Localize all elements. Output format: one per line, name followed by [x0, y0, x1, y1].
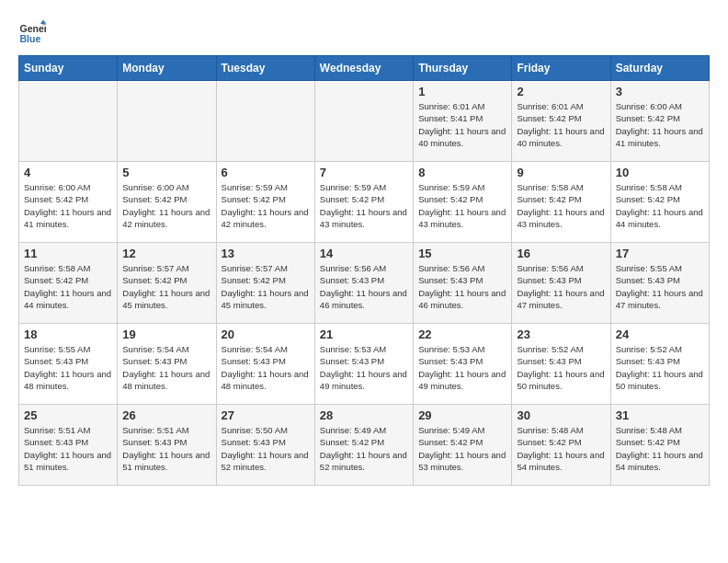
calendar-cell: 5Sunrise: 6:00 AM Sunset: 5:42 PM Daylig… — [118, 162, 216, 243]
calendar-cell: 14Sunrise: 5:56 AM Sunset: 5:43 PM Dayli… — [314, 243, 413, 324]
calendar-cell: 1Sunrise: 6:01 AM Sunset: 5:41 PM Daylig… — [414, 81, 512, 162]
calendar-cell: 31Sunrise: 5:48 AM Sunset: 5:42 PM Dayli… — [610, 405, 709, 486]
cell-info: Sunrise: 6:00 AM Sunset: 5:42 PM Dayligh… — [122, 181, 210, 230]
cell-info: Sunrise: 5:53 AM Sunset: 5:43 PM Dayligh… — [418, 343, 506, 392]
cell-info: Sunrise: 5:56 AM Sunset: 5:43 PM Dayligh… — [418, 262, 506, 311]
cell-info: Sunrise: 5:55 AM Sunset: 5:43 PM Dayligh… — [24, 343, 112, 392]
week-row-4: 25Sunrise: 5:51 AM Sunset: 5:43 PM Dayli… — [19, 405, 710, 486]
day-number: 2 — [517, 85, 605, 98]
day-number: 22 — [418, 327, 506, 341]
cell-info: Sunrise: 5:48 AM Sunset: 5:42 PM Dayligh… — [517, 424, 605, 473]
header-tuesday: Tuesday — [216, 56, 314, 81]
calendar-cell: 29Sunrise: 5:49 AM Sunset: 5:42 PM Dayli… — [414, 405, 512, 486]
header-monday: Monday — [118, 56, 216, 81]
calendar-cell: 25Sunrise: 5:51 AM Sunset: 5:43 PM Dayli… — [19, 405, 118, 486]
calendar-cell: 15Sunrise: 5:56 AM Sunset: 5:43 PM Dayli… — [414, 243, 512, 324]
day-number: 15 — [418, 247, 506, 260]
calendar-cell — [118, 81, 216, 162]
calendar-cell: 16Sunrise: 5:56 AM Sunset: 5:43 PM Dayli… — [512, 243, 610, 324]
logo-icon: General Blue — [18, 18, 46, 46]
calendar-cell: 28Sunrise: 5:49 AM Sunset: 5:42 PM Dayli… — [314, 405, 413, 486]
day-number: 17 — [616, 247, 704, 260]
week-row-1: 4Sunrise: 6:00 AM Sunset: 5:42 PM Daylig… — [19, 162, 710, 243]
calendar-cell: 27Sunrise: 5:50 AM Sunset: 5:43 PM Dayli… — [216, 405, 314, 486]
calendar-cell — [216, 81, 314, 162]
day-number: 23 — [517, 327, 605, 341]
day-number: 5 — [122, 166, 210, 179]
cell-info: Sunrise: 5:48 AM Sunset: 5:42 PM Dayligh… — [616, 424, 704, 473]
header-wednesday: Wednesday — [314, 56, 413, 81]
cell-info: Sunrise: 5:49 AM Sunset: 5:42 PM Dayligh… — [320, 424, 408, 473]
cell-info: Sunrise: 5:59 AM Sunset: 5:42 PM Dayligh… — [418, 181, 506, 230]
calendar-cell: 19Sunrise: 5:54 AM Sunset: 5:43 PM Dayli… — [118, 324, 216, 405]
cell-info: Sunrise: 5:52 AM Sunset: 5:43 PM Dayligh… — [616, 343, 704, 392]
cell-info: Sunrise: 5:56 AM Sunset: 5:43 PM Dayligh… — [517, 262, 605, 311]
calendar-cell: 26Sunrise: 5:51 AM Sunset: 5:43 PM Dayli… — [118, 405, 216, 486]
day-number: 30 — [517, 408, 605, 422]
calendar-cell: 17Sunrise: 5:55 AM Sunset: 5:43 PM Dayli… — [610, 243, 709, 324]
day-number: 19 — [122, 327, 210, 341]
cell-info: Sunrise: 5:57 AM Sunset: 5:42 PM Dayligh… — [222, 262, 310, 311]
cell-info: Sunrise: 5:59 AM Sunset: 5:42 PM Dayligh… — [320, 181, 408, 230]
cell-info: Sunrise: 5:59 AM Sunset: 5:42 PM Dayligh… — [222, 181, 310, 230]
page-header: General Blue — [18, 18, 710, 46]
cell-info: Sunrise: 5:56 AM Sunset: 5:43 PM Dayligh… — [320, 262, 408, 311]
cell-info: Sunrise: 5:52 AM Sunset: 5:43 PM Dayligh… — [517, 343, 605, 392]
calendar-cell: 4Sunrise: 6:00 AM Sunset: 5:42 PM Daylig… — [19, 162, 118, 243]
calendar-cell: 7Sunrise: 5:59 AM Sunset: 5:42 PM Daylig… — [314, 162, 413, 243]
cell-info: Sunrise: 5:58 AM Sunset: 5:42 PM Dayligh… — [24, 262, 112, 311]
svg-text:Blue: Blue — [20, 33, 41, 44]
calendar-cell — [19, 81, 118, 162]
cell-info: Sunrise: 6:00 AM Sunset: 5:42 PM Dayligh… — [616, 100, 704, 149]
week-row-2: 11Sunrise: 5:58 AM Sunset: 5:42 PM Dayli… — [19, 243, 710, 324]
day-number: 10 — [616, 166, 704, 179]
cell-info: Sunrise: 5:58 AM Sunset: 5:42 PM Dayligh… — [517, 181, 605, 230]
day-number: 21 — [320, 327, 408, 341]
calendar-cell: 24Sunrise: 5:52 AM Sunset: 5:43 PM Dayli… — [610, 324, 709, 405]
calendar-cell: 22Sunrise: 5:53 AM Sunset: 5:43 PM Dayli… — [414, 324, 512, 405]
logo: General Blue — [18, 18, 46, 46]
calendar-cell: 8Sunrise: 5:59 AM Sunset: 5:42 PM Daylig… — [414, 162, 512, 243]
day-number: 7 — [320, 166, 408, 179]
day-number: 1 — [418, 85, 506, 98]
cell-info: Sunrise: 6:01 AM Sunset: 5:41 PM Dayligh… — [418, 100, 506, 149]
calendar-cell: 10Sunrise: 5:58 AM Sunset: 5:42 PM Dayli… — [610, 162, 709, 243]
header-saturday: Saturday — [610, 56, 709, 81]
cell-info: Sunrise: 5:49 AM Sunset: 5:42 PM Dayligh… — [418, 424, 506, 473]
day-number: 31 — [616, 408, 704, 422]
calendar-cell: 6Sunrise: 5:59 AM Sunset: 5:42 PM Daylig… — [216, 162, 314, 243]
cell-info: Sunrise: 5:54 AM Sunset: 5:43 PM Dayligh… — [122, 343, 210, 392]
day-number: 8 — [418, 166, 506, 179]
calendar-cell: 9Sunrise: 5:58 AM Sunset: 5:42 PM Daylig… — [512, 162, 610, 243]
header-sunday: Sunday — [19, 56, 118, 81]
day-number: 24 — [616, 327, 704, 341]
cell-info: Sunrise: 5:53 AM Sunset: 5:43 PM Dayligh… — [320, 343, 408, 392]
cell-info: Sunrise: 5:55 AM Sunset: 5:43 PM Dayligh… — [616, 262, 704, 311]
week-row-3: 18Sunrise: 5:55 AM Sunset: 5:43 PM Dayli… — [19, 324, 710, 405]
day-number: 25 — [24, 408, 112, 422]
cell-info: Sunrise: 5:50 AM Sunset: 5:43 PM Dayligh… — [222, 424, 310, 473]
day-number: 13 — [222, 247, 310, 260]
cell-info: Sunrise: 5:54 AM Sunset: 5:43 PM Dayligh… — [222, 343, 310, 392]
cell-info: Sunrise: 5:58 AM Sunset: 5:42 PM Dayligh… — [616, 181, 704, 230]
calendar-cell: 20Sunrise: 5:54 AM Sunset: 5:43 PM Dayli… — [216, 324, 314, 405]
day-number: 20 — [222, 327, 310, 341]
week-row-0: 1Sunrise: 6:01 AM Sunset: 5:41 PM Daylig… — [19, 81, 710, 162]
day-number: 26 — [122, 408, 210, 422]
day-number: 4 — [24, 166, 112, 179]
day-number: 11 — [24, 247, 112, 260]
day-number: 28 — [320, 408, 408, 422]
calendar-cell: 12Sunrise: 5:57 AM Sunset: 5:42 PM Dayli… — [118, 243, 216, 324]
calendar-header-row: SundayMondayTuesdayWednesdayThursdayFrid… — [19, 56, 710, 81]
day-number: 16 — [517, 247, 605, 260]
calendar-cell: 3Sunrise: 6:00 AM Sunset: 5:42 PM Daylig… — [610, 81, 709, 162]
calendar-cell — [314, 81, 413, 162]
day-number: 29 — [418, 408, 506, 422]
day-number: 9 — [517, 166, 605, 179]
calendar-cell: 30Sunrise: 5:48 AM Sunset: 5:42 PM Dayli… — [512, 405, 610, 486]
day-number: 27 — [222, 408, 310, 422]
day-number: 12 — [122, 247, 210, 260]
calendar-cell: 13Sunrise: 5:57 AM Sunset: 5:42 PM Dayli… — [216, 243, 314, 324]
header-friday: Friday — [512, 56, 610, 81]
calendar-table: SundayMondayTuesdayWednesdayThursdayFrid… — [18, 55, 710, 486]
